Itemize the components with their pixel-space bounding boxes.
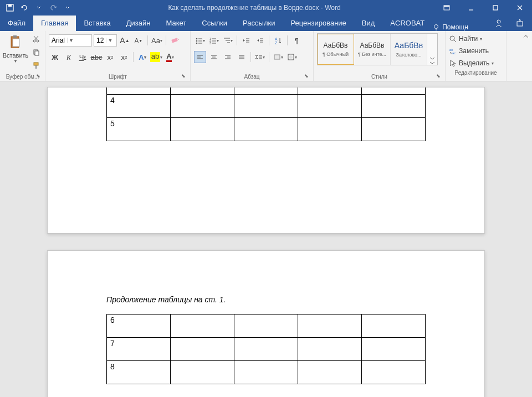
subscript-icon[interactable]: x2	[104, 51, 116, 63]
tab-home[interactable]: Главная	[33, 16, 76, 31]
replace-button[interactable]: abacЗаменить	[449, 45, 503, 56]
redo-icon[interactable]	[47, 1, 60, 14]
svg-text:ac: ac	[452, 51, 456, 55]
align-left-icon[interactable]	[194, 51, 206, 63]
borders-icon[interactable]: ▾	[286, 51, 298, 63]
tab-references[interactable]: Ссылки	[194, 16, 235, 31]
copy-icon[interactable]	[30, 47, 42, 58]
tab-file[interactable]: Файл	[0, 16, 33, 31]
style-normal[interactable]: АаБбВв ¶ Обычный	[318, 34, 354, 65]
change-case-icon[interactable]: Aa▾	[151, 34, 163, 47]
text-effects-icon[interactable]: A▾	[136, 51, 149, 63]
svg-point-13	[33, 40, 35, 42]
font-name-combo[interactable]: Arial▼	[49, 34, 92, 47]
style-preview: АаБбВв	[395, 41, 423, 50]
select-button[interactable]: Выделить▾	[449, 58, 503, 69]
document-table-1[interactable]: 4 5	[106, 87, 426, 141]
tabbar-right	[490, 16, 532, 31]
qat-customize-icon[interactable]	[61, 1, 74, 14]
increase-indent-icon[interactable]	[254, 34, 266, 47]
font-size-combo[interactable]: 12▼	[94, 34, 117, 47]
shrink-font-icon[interactable]: A▼	[132, 34, 145, 47]
tab-review[interactable]: Рецензирование	[283, 16, 354, 31]
ribbon: Вставить ▼ Буфер обм...⬊ Arial▼ 12▼ A▲ A…	[0, 31, 532, 81]
style-heading1[interactable]: АаБбВв Заголово...	[391, 34, 427, 65]
style-name: ¶ Обычный	[323, 51, 349, 57]
document-title: Как сделать продолжение таблицы в Ворде.…	[74, 4, 434, 12]
document-workspace[interactable]: 4 5 Продолжение таблицы на ст. 1. 6 7 8	[0, 81, 532, 397]
chevron-down-icon[interactable]: ▼	[67, 38, 75, 43]
font-launcher-icon[interactable]: ⬊	[180, 73, 187, 79]
save-icon[interactable]	[3, 1, 17, 14]
chevron-down-icon[interactable]: ▼	[106, 38, 114, 43]
decrease-indent-icon[interactable]	[240, 34, 252, 47]
paragraph-launcher-icon[interactable]: ⬊	[303, 73, 310, 79]
group-editing: Найти▾ abacЗаменить Выделить▾ Редактиров…	[446, 31, 507, 81]
tab-view[interactable]: Вид	[354, 16, 383, 31]
undo-icon[interactable]	[18, 1, 31, 14]
collapse-ribbon-icon[interactable]	[520, 31, 532, 42]
tell-me-label: Помощн	[442, 23, 468, 31]
ribbon-display-icon[interactable]	[434, 0, 459, 16]
font-color-icon[interactable]: A▾	[164, 51, 176, 63]
window-controls	[434, 0, 532, 16]
paste-button[interactable]: Вставить ▼	[3, 33, 28, 64]
table-row[interactable]: 5	[107, 117, 426, 141]
cut-icon[interactable]	[30, 33, 42, 44]
svg-rect-5	[493, 6, 498, 10]
tab-mailings[interactable]: Рассылки	[235, 16, 283, 31]
line-spacing-icon[interactable]: ▾	[254, 51, 266, 63]
svg-point-62	[450, 36, 454, 40]
sort-icon[interactable]: AZ	[272, 34, 284, 47]
document-page-2[interactable]: Продолжение таблицы на ст. 1. 6 7 8	[47, 250, 485, 397]
tab-layout[interactable]: Макет	[158, 16, 194, 31]
styles-more-button[interactable]	[427, 34, 437, 65]
clipboard-launcher-icon[interactable]: ⬊	[35, 73, 42, 79]
group-styles: АаБбВв ¶ Обычный АаБбВв ¶ Без инте... Аа…	[314, 31, 446, 81]
align-center-icon[interactable]	[208, 51, 220, 63]
clear-format-icon[interactable]	[169, 34, 181, 47]
multilevel-icon[interactable]: ▾	[222, 34, 234, 47]
style-no-spacing[interactable]: АаБбВв ¶ Без инте...	[354, 34, 391, 65]
tab-acrobat[interactable]: ACROBAT	[382, 16, 432, 31]
table-row[interactable]: 7	[107, 338, 426, 361]
underline-icon[interactable]: Ч▾	[76, 51, 89, 63]
find-button[interactable]: Найти▾	[449, 33, 503, 44]
minimize-icon[interactable]	[459, 0, 483, 16]
svg-text:Z: Z	[275, 41, 278, 44]
lightbulb-icon	[432, 23, 440, 31]
pilcrow-icon[interactable]: ¶	[290, 34, 303, 47]
close-icon[interactable]	[508, 0, 532, 16]
table-row[interactable]: 4	[107, 94, 426, 117]
shading-icon[interactable]: ▾	[272, 51, 284, 63]
justify-icon[interactable]	[236, 51, 248, 63]
account-icon[interactable]	[490, 16, 508, 31]
format-painter-icon[interactable]	[30, 60, 42, 71]
document-table-2[interactable]: 6 7 8	[106, 314, 426, 384]
numbering-icon[interactable]: 123▾	[208, 34, 220, 47]
svg-point-6	[434, 25, 438, 29]
maximize-icon[interactable]	[483, 0, 508, 16]
table-row[interactable]: 6	[107, 314, 426, 338]
bold-icon[interactable]: Ж	[49, 51, 61, 63]
svg-point-24	[196, 43, 198, 44]
svg-rect-18	[35, 65, 37, 69]
table-row[interactable]	[107, 87, 426, 94]
strike-icon[interactable]: abc	[90, 51, 103, 63]
table-caption[interactable]: Продолжение таблицы на ст. 1.	[106, 295, 426, 304]
bullets-icon[interactable]: ▾	[194, 34, 206, 47]
tab-design[interactable]: Дизайн	[119, 16, 158, 31]
tab-insert[interactable]: Вставка	[76, 16, 118, 31]
group-label-editing: Редактирование	[449, 69, 503, 76]
tell-me-search[interactable]: Помощн	[432, 23, 468, 31]
grow-font-icon[interactable]: A▲	[119, 34, 131, 47]
document-page-1[interactable]: 4 5	[47, 87, 485, 234]
align-right-icon[interactable]	[222, 51, 234, 63]
share-icon[interactable]	[511, 16, 529, 31]
undo-dropdown-icon[interactable]	[32, 1, 45, 14]
styles-launcher-icon[interactable]: ⬊	[435, 73, 442, 79]
italic-icon[interactable]: К	[63, 51, 75, 63]
highlight-icon[interactable]: ab▾	[150, 51, 162, 63]
superscript-icon[interactable]: x2	[118, 51, 130, 63]
table-row[interactable]: 8	[107, 361, 426, 384]
